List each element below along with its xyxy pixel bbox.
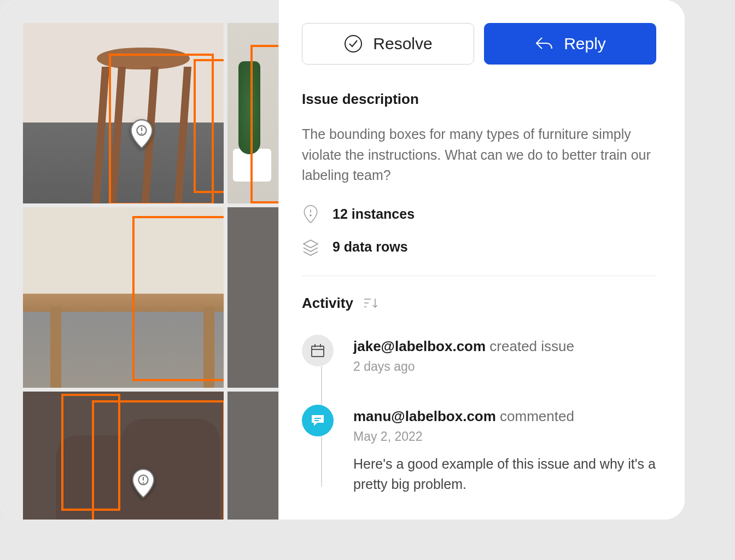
image-thumb[interactable] (228, 207, 278, 388)
reply-button[interactable]: Reply (484, 23, 656, 65)
bounding-box (194, 59, 224, 193)
image-thumb[interactable] (23, 207, 224, 388)
activity-dot (302, 405, 334, 436)
activity-actor: manu@labelbox.com (353, 408, 496, 424)
bounding-box (250, 45, 278, 203)
sort-icon[interactable] (363, 296, 378, 310)
image-grid-panel (0, 0, 279, 520)
issue-description-title: Issue description (302, 91, 656, 108)
data-rows-count: 9 data rows (332, 239, 408, 255)
issue-pin-icon[interactable] (131, 468, 155, 499)
resolve-button[interactable]: Resolve (302, 23, 474, 65)
issue-panel: Resolve Reply Issue description The boun… (279, 0, 685, 520)
furniture-photo-wall (228, 392, 278, 520)
layers-icon (302, 237, 319, 257)
activity-body: manu@labelbox.com commented May 2, 2022 … (353, 405, 656, 495)
issue-description-body: The bounding boxes for many types of fur… (302, 124, 652, 186)
issue-actions: Resolve Reply (302, 23, 656, 65)
pin-outline-icon (302, 205, 319, 224)
comment-icon (310, 412, 326, 429)
activity-timeline: jake@labelbox.com created issue 2 days a… (302, 335, 656, 495)
activity-header: Activity (302, 295, 656, 312)
check-circle-icon (343, 34, 363, 54)
activity-item: manu@labelbox.com commented May 2, 2022 … (302, 405, 656, 495)
activity-dot (302, 335, 334, 366)
activity-comment: Here's a good example of this issue and … (353, 454, 656, 495)
image-thumb[interactable] (228, 23, 278, 203)
activity-item: jake@labelbox.com created issue 2 days a… (302, 335, 656, 374)
image-thumb[interactable] (228, 392, 278, 520)
app-frame: Resolve Reply Issue description The boun… (0, 0, 685, 520)
activity-text: jake@labelbox.com created issue (353, 338, 574, 355)
image-thumb[interactable] (23, 392, 224, 520)
reply-arrow-icon (534, 34, 554, 54)
activity-time: 2 days ago (353, 359, 574, 374)
svg-point-6 (345, 36, 361, 52)
activity-actor: jake@labelbox.com (353, 338, 486, 354)
activity-time: May 2, 2022 (353, 429, 656, 444)
svg-point-5 (143, 482, 144, 484)
activity-body: jake@labelbox.com created issue 2 days a… (353, 335, 574, 374)
svg-point-8 (310, 214, 311, 215)
activity-verb: created issue (486, 338, 574, 354)
image-grid (23, 23, 279, 520)
reply-label: Reply (564, 34, 606, 53)
image-thumb[interactable] (23, 23, 224, 203)
activity-text: manu@labelbox.com commented (353, 408, 656, 425)
svg-point-2 (141, 133, 143, 135)
stat-instances: 12 instances (302, 205, 656, 224)
bounding-box (92, 400, 224, 520)
stat-data-rows: 9 data rows (302, 237, 656, 257)
resolve-label: Resolve (373, 34, 432, 53)
calendar-icon (310, 342, 326, 359)
svg-rect-12 (312, 346, 324, 357)
issue-pin-icon[interactable] (130, 119, 154, 149)
activity-title: Activity (302, 295, 353, 312)
divider (302, 276, 656, 276)
instances-count: 12 instances (332, 206, 415, 222)
bounding-box (132, 216, 224, 381)
activity-verb: commented (496, 408, 574, 424)
furniture-photo-wall (228, 207, 278, 388)
